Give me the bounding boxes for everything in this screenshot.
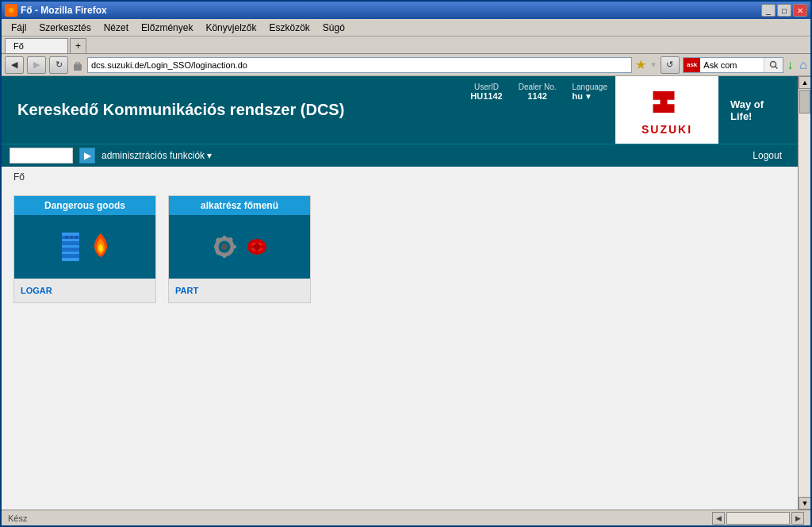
card-grid: Dangerous goods	[13, 195, 786, 303]
status-bar-right: ◀ ▶	[712, 512, 804, 525]
svg-rect-13	[65, 236, 68, 239]
search-addon-icon: ask	[684, 58, 700, 72]
ask-logo: ask	[687, 61, 697, 68]
svg-rect-8	[62, 233, 79, 236]
bookmark-star-icon[interactable]: ★	[635, 57, 646, 72]
status-text: Kész	[8, 514, 27, 523]
suzuki-s-logo	[645, 84, 689, 120]
back-button[interactable]: ◀	[5, 56, 24, 74]
alkatresz-image[interactable]	[169, 215, 310, 279]
download-icon[interactable]: ↓	[787, 58, 793, 72]
scroll-up-button[interactable]: ▲	[799, 76, 810, 89]
flame-icon	[90, 232, 112, 262]
close-button[interactable]: ✕	[793, 4, 807, 17]
status-bar: Kész ◀ ▶	[2, 510, 810, 525]
svg-point-17	[221, 244, 228, 250]
horizontal-scroll-track	[726, 512, 790, 525]
alkatresz-card: alkatrész főmenü	[168, 195, 311, 303]
navigation-toolbar: ◀ ▶ ↻ ★ ▼ ↺ ask	[2, 54, 810, 76]
svg-rect-12	[62, 258, 79, 261]
search-input[interactable]	[700, 58, 764, 72]
drum-icon	[58, 230, 86, 264]
logar-link[interactable]: LOGAR	[21, 286, 52, 295]
menu-bookmarks[interactable]: Könyvjelzők	[199, 21, 262, 35]
suzuki-brand-text: SUZUKI	[642, 123, 692, 136]
dangerous-goods-footer: LOGAR	[14, 279, 155, 302]
scroll-down-button[interactable]: ▼	[799, 497, 810, 510]
vertical-scrollbar[interactable]: ▲ ▼	[798, 76, 810, 510]
dangerous-goods-card: Dangerous goods	[13, 195, 156, 303]
gear-icon	[210, 232, 240, 262]
suzuki-logo-area: SUZUKI	[615, 76, 718, 144]
tab-bar: Fő +	[2, 37, 810, 54]
refresh-button[interactable]: ↻	[49, 56, 68, 74]
firefox-icon	[5, 4, 17, 17]
sub-nav-input[interactable]	[10, 148, 73, 163]
alkatresz-footer: PART	[169, 279, 310, 302]
minimize-button[interactable]: _	[761, 4, 776, 17]
svg-rect-19	[223, 254, 226, 258]
user-info-area: UserID HU1142 Dealer No. 1142 Language h…	[462, 76, 615, 144]
active-tab[interactable]: Fő	[5, 38, 68, 53]
menu-edit[interactable]: Szerkesztés	[33, 21, 97, 35]
browser-content: Kereskedő Kommunikációs rendszer (DCS) U…	[2, 76, 810, 525]
page-header-left: Kereskedő Kommunikációs rendszer (DCS)	[2, 76, 462, 144]
svg-rect-18	[223, 236, 226, 240]
menu-file[interactable]: Fájl	[5, 21, 33, 35]
sub-nav-left: ▶ adminisztrációs funkciók ▾	[10, 148, 212, 163]
search-box: ask	[683, 57, 783, 73]
content-area: Dangerous goods	[2, 187, 798, 311]
address-bar	[71, 57, 632, 73]
svg-rect-21	[232, 245, 236, 248]
address-input[interactable]	[87, 57, 632, 73]
page-header: Kereskedő Kommunikációs rendszer (DCS) U…	[2, 76, 798, 144]
svg-rect-10	[62, 245, 79, 248]
reload-button[interactable]: ↺	[661, 56, 680, 74]
address-right-controls: ★ ▼ ↺ ask ↓ ⌂	[635, 56, 807, 74]
user-id-info: UserID HU1142	[470, 83, 502, 101]
window-title: Fő - Mozilla Firefox	[21, 5, 107, 16]
sub-nav-go-button[interactable]: ▶	[79, 148, 95, 163]
admin-functions-menu[interactable]: adminisztrációs funkciók ▾	[102, 150, 212, 161]
svg-rect-9	[62, 239, 79, 241]
svg-point-1	[9, 8, 13, 13]
new-tab-button[interactable]: +	[70, 38, 86, 53]
svg-point-4	[770, 61, 776, 67]
scroll-track	[799, 89, 810, 497]
breadcrumb: Fő	[2, 167, 798, 187]
svg-rect-11	[62, 252, 79, 254]
horizontal-scroll-right[interactable]: ▶	[791, 512, 804, 525]
menu-view[interactable]: Nézet	[98, 21, 135, 35]
page-title: Kereskedő Kommunikációs rendszer (DCS)	[17, 101, 446, 119]
ssl-icon	[71, 59, 84, 71]
svg-rect-20	[214, 245, 218, 248]
page-main: Kereskedő Kommunikációs rendszer (DCS) U…	[2, 76, 798, 510]
language-dropdown[interactable]: hu ▼	[573, 91, 608, 101]
home-button[interactable]: ⌂	[799, 58, 807, 72]
horizontal-scroll-left[interactable]: ◀	[712, 512, 725, 525]
dropdown-arrow-icon[interactable]: ▼	[649, 60, 657, 69]
search-button[interactable]	[764, 58, 783, 72]
menu-help[interactable]: Súgó	[316, 21, 351, 35]
dangerous-goods-image[interactable]	[14, 215, 155, 279]
maximize-button[interactable]: □	[777, 4, 791, 17]
part-link[interactable]: PART	[175, 286, 198, 295]
browser-window: Fő - Mozilla Firefox _ □ ✕ Fájl Szerkesz…	[0, 0, 812, 527]
window-controls: _ □ ✕	[761, 4, 807, 17]
title-bar: Fő - Mozilla Firefox _ □ ✕	[2, 2, 810, 19]
svg-line-5	[775, 66, 777, 68]
logout-button[interactable]: Logout	[753, 150, 790, 161]
menu-history[interactable]: Előzmények	[135, 21, 199, 35]
svg-rect-14	[70, 236, 73, 239]
parts-icon	[244, 234, 270, 260]
menu-bar: Fájl Szerkesztés Nézet Előzmények Könyvj…	[2, 19, 810, 37]
svg-rect-15	[75, 236, 78, 239]
forward-button[interactable]: ▶	[27, 56, 46, 74]
scroll-thumb[interactable]	[799, 90, 810, 113]
language-info: Language hu ▼	[573, 83, 608, 101]
way-of-life-text: Way of Life!	[718, 76, 798, 144]
dangerous-goods-header: Dangerous goods	[14, 196, 155, 215]
menu-tools[interactable]: Eszközök	[262, 21, 316, 35]
language-dropdown-arrow: ▼	[584, 92, 592, 101]
alkatresz-header: alkatrész főmenü	[169, 196, 310, 215]
